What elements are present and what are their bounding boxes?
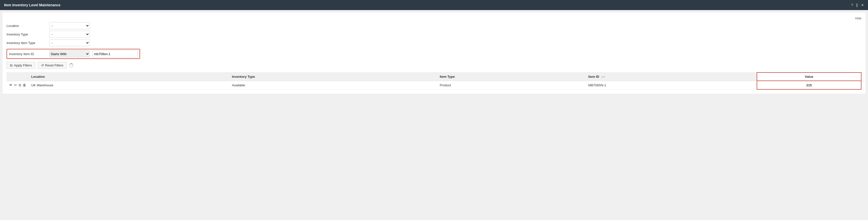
main-content: Hide Location - UK Warehouse US Warehous… (2, 12, 866, 94)
reset-filters-button[interactable]: ↺ Reset Filters (38, 62, 67, 69)
inventory-item-id-input[interactable] (92, 50, 137, 57)
hide-link[interactable]: Hide (855, 17, 862, 20)
filter-icon: ⊟ (10, 63, 12, 67)
inventory-item-type-select[interactable]: - Product Component (50, 39, 90, 46)
table-row: 👁 ✏ ⧉ 🗑 UK Warehouse Available Product M… (6, 81, 861, 89)
title-bar-actions: ? || ✕ (851, 3, 864, 7)
copy-icon[interactable]: ⧉ (19, 83, 21, 87)
inventory-item-id-match-select[interactable]: Starts With Contains Equals Ends With (50, 50, 90, 57)
row-actions: 👁 ✏ ⧉ 🗑 (9, 83, 26, 87)
title-bar: Item Inventory Level Maintenance ? || ✕ (0, 0, 868, 10)
row-item-type: Product (437, 81, 586, 89)
row-item-id: MB709SN-1 (586, 81, 757, 89)
apply-filters-label: Apply Filters (14, 63, 32, 67)
app-title: Item Inventory Level Maintenance (4, 3, 60, 7)
edit-icon[interactable]: ✏ (14, 83, 17, 87)
col-inventory-type: Inventory Type (229, 72, 437, 81)
inventory-item-type-label: Inventory Item Type (6, 41, 47, 45)
row-actions-cell: 👁 ✏ ⧉ 🗑 (6, 81, 29, 89)
reset-filters-label: Reset Filters (45, 63, 63, 67)
inventory-item-id-label: Inventory Item ID (9, 52, 47, 56)
row-location: UK Warehouse (29, 81, 229, 89)
filter-section: Location - UK Warehouse US Warehouse Inv… (6, 22, 862, 46)
hide-row: Hide (6, 17, 862, 20)
location-select[interactable]: - UK Warehouse US Warehouse (50, 22, 90, 29)
table-header-row: Location Inventory Type Item Type Item I… (6, 72, 861, 81)
close-button[interactable]: ✕ (861, 3, 864, 7)
row-value: 215 (757, 81, 861, 89)
sort-icons[interactable]: ▲▼ (601, 76, 605, 78)
pause-button[interactable]: || (856, 3, 858, 7)
inventory-type-select[interactable]: - Available Reserved (50, 31, 90, 38)
reset-icon: ↺ (41, 63, 44, 67)
apply-filters-button[interactable]: ⊟ Apply Filters (6, 62, 35, 69)
loading-spinner (69, 63, 73, 67)
inventory-item-id-row: Inventory Item ID Starts With Contains E… (6, 49, 140, 59)
col-item-type: Item Type (437, 72, 586, 81)
data-table: Location Inventory Type Item Type Item I… (6, 72, 862, 90)
location-label: Location (6, 24, 47, 28)
inventory-type-label: Inventory Type (6, 32, 47, 36)
filter-actions: ⊟ Apply Filters ↺ Reset Filters (6, 62, 862, 69)
col-location: Location (29, 72, 229, 81)
row-inventory-type: Available (229, 81, 437, 89)
view-icon[interactable]: 👁 (9, 83, 12, 87)
col-value: Value (757, 72, 861, 81)
col-item-id: Item ID ▲▼ (586, 72, 757, 81)
col-actions (6, 72, 29, 81)
delete-icon[interactable]: 🗑 (23, 83, 26, 87)
help-button[interactable]: ? (851, 3, 853, 7)
